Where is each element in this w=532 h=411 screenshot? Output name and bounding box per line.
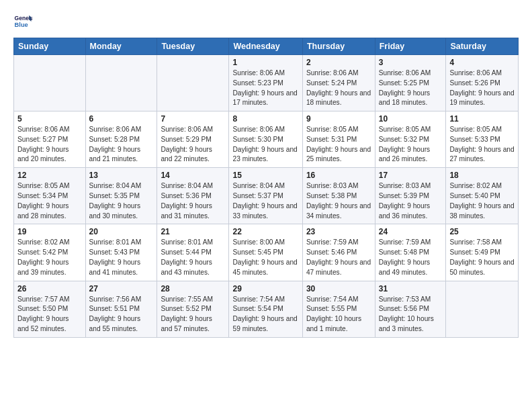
week-row-4: 19Sunrise: 8:02 AMSunset: 5:42 PMDayligh… bbox=[14, 224, 519, 281]
weekday-friday: Friday bbox=[375, 38, 446, 55]
page: General Blue SundayMondayTuesdayWednesda… bbox=[0, 0, 532, 345]
day-cell: 10Sunrise: 8:05 AMSunset: 5:32 PMDayligh… bbox=[375, 111, 446, 168]
day-cell: 23Sunrise: 7:59 AMSunset: 5:46 PMDayligh… bbox=[302, 224, 375, 281]
day-info: Sunrise: 7:59 AMSunset: 5:46 PMDaylight:… bbox=[306, 238, 371, 277]
weekday-saturday: Saturday bbox=[446, 38, 519, 55]
day-number: 14 bbox=[161, 171, 225, 180]
day-number: 25 bbox=[449, 227, 515, 236]
header: General Blue bbox=[13, 12, 519, 31]
day-info: Sunrise: 7:55 AMSunset: 5:52 PMDaylight:… bbox=[161, 295, 225, 334]
day-number: 5 bbox=[17, 114, 82, 124]
day-info: Sunrise: 7:56 AMSunset: 5:51 PMDaylight:… bbox=[89, 295, 154, 334]
day-cell: 22Sunrise: 8:00 AMSunset: 5:45 PMDayligh… bbox=[229, 224, 302, 281]
day-info: Sunrise: 8:05 AMSunset: 5:34 PMDaylight:… bbox=[17, 181, 82, 221]
day-number: 16 bbox=[306, 171, 371, 180]
day-cell: 27Sunrise: 7:56 AMSunset: 5:51 PMDayligh… bbox=[85, 281, 157, 337]
day-cell: 20Sunrise: 8:01 AMSunset: 5:43 PMDayligh… bbox=[85, 224, 157, 281]
day-number: 1 bbox=[232, 58, 298, 67]
day-cell: 13Sunrise: 8:04 AMSunset: 5:35 PMDayligh… bbox=[85, 168, 157, 224]
day-cell: 19Sunrise: 8:02 AMSunset: 5:42 PMDayligh… bbox=[14, 224, 86, 281]
day-cell: 30Sunrise: 7:54 AMSunset: 5:55 PMDayligh… bbox=[302, 281, 375, 337]
day-number: 22 bbox=[232, 227, 298, 236]
day-number: 9 bbox=[306, 114, 371, 124]
day-number: 17 bbox=[379, 171, 443, 180]
day-cell bbox=[14, 55, 86, 111]
day-info: Sunrise: 7:54 AMSunset: 5:55 PMDaylight:… bbox=[306, 295, 371, 334]
day-cell: 18Sunrise: 8:02 AMSunset: 5:40 PMDayligh… bbox=[446, 168, 519, 224]
day-number: 11 bbox=[449, 114, 515, 124]
day-number: 15 bbox=[232, 171, 298, 180]
day-cell: 5Sunrise: 8:06 AMSunset: 5:27 PMDaylight… bbox=[14, 111, 86, 168]
day-cell: 24Sunrise: 7:59 AMSunset: 5:48 PMDayligh… bbox=[375, 224, 446, 281]
day-info: Sunrise: 8:03 AMSunset: 5:38 PMDaylight:… bbox=[306, 181, 371, 221]
day-info: Sunrise: 7:54 AMSunset: 5:54 PMDaylight:… bbox=[232, 295, 298, 334]
day-number: 6 bbox=[89, 114, 154, 124]
day-cell: 9Sunrise: 8:05 AMSunset: 5:31 PMDaylight… bbox=[302, 111, 375, 168]
weekday-wednesday: Wednesday bbox=[229, 38, 302, 55]
day-info: Sunrise: 8:06 AMSunset: 5:23 PMDaylight:… bbox=[232, 68, 298, 108]
week-row-3: 12Sunrise: 8:05 AMSunset: 5:34 PMDayligh… bbox=[14, 168, 519, 224]
day-cell bbox=[85, 55, 157, 111]
day-info: Sunrise: 7:53 AMSunset: 5:56 PMDaylight:… bbox=[379, 295, 443, 334]
logo: General Blue bbox=[13, 12, 34, 31]
day-info: Sunrise: 8:05 AMSunset: 5:32 PMDaylight:… bbox=[379, 125, 443, 165]
day-number: 13 bbox=[89, 171, 154, 180]
day-cell: 16Sunrise: 8:03 AMSunset: 5:38 PMDayligh… bbox=[302, 168, 375, 224]
day-number: 31 bbox=[379, 284, 443, 293]
day-number: 20 bbox=[89, 227, 154, 236]
day-info: Sunrise: 8:01 AMSunset: 5:43 PMDaylight:… bbox=[89, 238, 154, 277]
day-info: Sunrise: 8:02 AMSunset: 5:40 PMDaylight:… bbox=[449, 181, 515, 221]
day-info: Sunrise: 8:06 AMSunset: 5:29 PMDaylight:… bbox=[161, 125, 225, 165]
day-info: Sunrise: 8:03 AMSunset: 5:39 PMDaylight:… bbox=[379, 181, 443, 221]
day-cell bbox=[446, 281, 519, 337]
day-cell: 29Sunrise: 7:54 AMSunset: 5:54 PMDayligh… bbox=[229, 281, 302, 337]
logo-icon: General Blue bbox=[13, 12, 32, 31]
day-cell: 28Sunrise: 7:55 AMSunset: 5:52 PMDayligh… bbox=[157, 281, 229, 337]
day-number: 8 bbox=[232, 114, 298, 124]
day-info: Sunrise: 8:04 AMSunset: 5:36 PMDaylight:… bbox=[161, 181, 225, 221]
day-cell: 7Sunrise: 8:06 AMSunset: 5:29 PMDaylight… bbox=[157, 111, 229, 168]
weekday-sunday: Sunday bbox=[14, 38, 86, 55]
day-info: Sunrise: 8:04 AMSunset: 5:37 PMDaylight:… bbox=[232, 181, 298, 221]
day-number: 27 bbox=[89, 284, 154, 293]
day-number: 4 bbox=[449, 58, 515, 67]
day-cell: 26Sunrise: 7:57 AMSunset: 5:50 PMDayligh… bbox=[14, 281, 86, 337]
day-number: 19 bbox=[17, 227, 82, 236]
day-cell bbox=[157, 55, 229, 111]
day-number: 2 bbox=[306, 58, 371, 67]
weekday-thursday: Thursday bbox=[302, 38, 375, 55]
day-cell: 11Sunrise: 8:05 AMSunset: 5:33 PMDayligh… bbox=[446, 111, 519, 168]
day-cell: 15Sunrise: 8:04 AMSunset: 5:37 PMDayligh… bbox=[229, 168, 302, 224]
day-number: 30 bbox=[306, 284, 371, 293]
weekday-tuesday: Tuesday bbox=[157, 38, 229, 55]
svg-text:Blue: Blue bbox=[15, 21, 28, 28]
day-cell: 3Sunrise: 8:06 AMSunset: 5:25 PMDaylight… bbox=[375, 55, 446, 111]
day-info: Sunrise: 7:59 AMSunset: 5:48 PMDaylight:… bbox=[379, 238, 443, 277]
weekday-monday: Monday bbox=[85, 38, 157, 55]
day-cell: 14Sunrise: 8:04 AMSunset: 5:36 PMDayligh… bbox=[157, 168, 229, 224]
day-cell: 21Sunrise: 8:01 AMSunset: 5:44 PMDayligh… bbox=[157, 224, 229, 281]
day-cell: 8Sunrise: 8:06 AMSunset: 5:30 PMDaylight… bbox=[229, 111, 302, 168]
day-number: 3 bbox=[379, 58, 443, 67]
day-info: Sunrise: 8:02 AMSunset: 5:42 PMDaylight:… bbox=[17, 238, 82, 277]
day-info: Sunrise: 8:06 AMSunset: 5:24 PMDaylight:… bbox=[306, 68, 371, 108]
day-info: Sunrise: 8:00 AMSunset: 5:45 PMDaylight:… bbox=[232, 238, 298, 277]
day-number: 29 bbox=[232, 284, 298, 293]
day-cell: 6Sunrise: 8:06 AMSunset: 5:28 PMDaylight… bbox=[85, 111, 157, 168]
day-number: 28 bbox=[161, 284, 225, 293]
calendar-table: SundayMondayTuesdayWednesdayThursdayFrid… bbox=[13, 38, 519, 338]
day-cell: 31Sunrise: 7:53 AMSunset: 5:56 PMDayligh… bbox=[375, 281, 446, 337]
week-row-5: 26Sunrise: 7:57 AMSunset: 5:50 PMDayligh… bbox=[14, 281, 519, 337]
day-cell: 17Sunrise: 8:03 AMSunset: 5:39 PMDayligh… bbox=[375, 168, 446, 224]
day-number: 26 bbox=[17, 284, 82, 293]
day-info: Sunrise: 8:06 AMSunset: 5:27 PMDaylight:… bbox=[17, 125, 82, 165]
day-info: Sunrise: 8:06 AMSunset: 5:26 PMDaylight:… bbox=[449, 68, 515, 108]
day-number: 18 bbox=[449, 171, 515, 180]
day-info: Sunrise: 7:58 AMSunset: 5:49 PMDaylight:… bbox=[449, 238, 515, 277]
day-cell: 4Sunrise: 8:06 AMSunset: 5:26 PMDaylight… bbox=[446, 55, 519, 111]
day-cell: 25Sunrise: 7:58 AMSunset: 5:49 PMDayligh… bbox=[446, 224, 519, 281]
week-row-1: 1Sunrise: 8:06 AMSunset: 5:23 PMDaylight… bbox=[14, 55, 519, 111]
day-info: Sunrise: 8:06 AMSunset: 5:25 PMDaylight:… bbox=[379, 68, 443, 108]
day-cell: 12Sunrise: 8:05 AMSunset: 5:34 PMDayligh… bbox=[14, 168, 86, 224]
day-info: Sunrise: 8:06 AMSunset: 5:28 PMDaylight:… bbox=[89, 125, 154, 165]
